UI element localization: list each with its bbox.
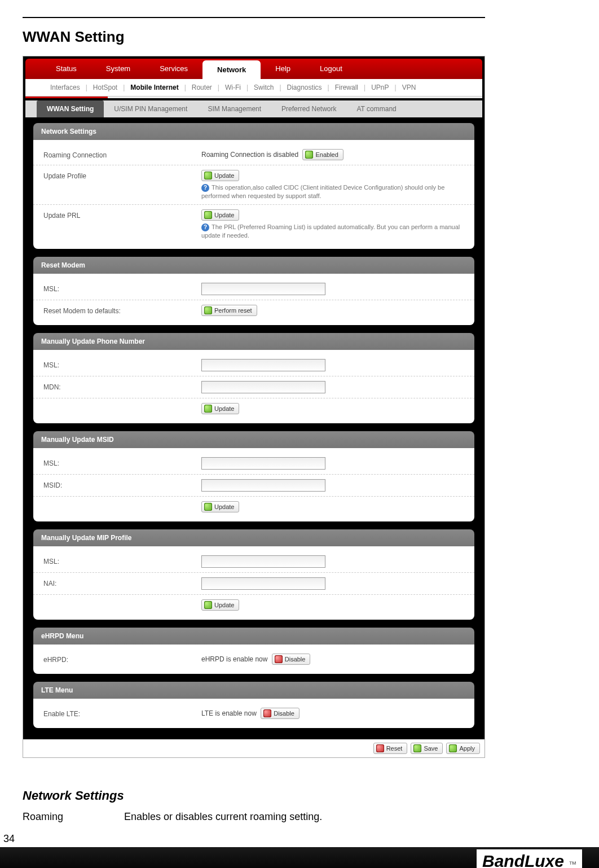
roaming-enable-button[interactable]: Enabled: [302, 149, 343, 160]
subnav-indicator: [25, 97, 482, 98]
panel-header: Manually Update MSID: [33, 431, 474, 448]
subnav-mobile-internet[interactable]: Mobile Internet: [126, 84, 183, 91]
nav-tab-services[interactable]: Services: [145, 59, 202, 79]
save-button[interactable]: Save: [411, 743, 443, 754]
subnav-upnp[interactable]: UPnP: [367, 84, 393, 91]
tertiary-nav: WWAN Setting U/SIM PIN Management SIM Ma…: [25, 100, 482, 117]
apply-button[interactable]: Apply: [446, 743, 480, 754]
lte-label: Enable LTE:: [43, 708, 201, 718]
panel-network-settings: Network Settings Roaming Connection Roam…: [33, 123, 474, 249]
section-heading: Network Settings: [23, 788, 463, 803]
update-mip-button[interactable]: Update: [201, 599, 239, 611]
ternav-usim-pin[interactable]: U/SIM PIN Management: [104, 100, 197, 117]
panel-header: Manually Update MIP Profile: [33, 529, 474, 546]
panel-header: LTE Menu: [33, 682, 474, 699]
subnav-hotspot[interactable]: HotSpot: [89, 84, 122, 91]
reset-button[interactable]: Reset: [373, 743, 408, 754]
update-prl-label: Update PRL: [43, 209, 201, 220]
perform-reset-button[interactable]: Perform reset: [201, 305, 257, 316]
ehrpd-status-text: eHRPD is enable now: [201, 655, 267, 663]
desc-term: Roaming: [23, 811, 124, 823]
panel-lte: LTE Menu Enable LTE: LTE is enable now D…: [33, 682, 474, 728]
apply-icon: [449, 744, 457, 752]
info-icon: ?: [201, 223, 209, 231]
roaming-connection-label: Roaming Connection: [43, 149, 201, 159]
lte-disable-button[interactable]: Disable: [261, 708, 300, 719]
update-icon: [204, 405, 212, 413]
panel-header: eHRPD Menu: [33, 628, 474, 645]
subnav-diagnostics[interactable]: Diagnostics: [283, 84, 327, 91]
mdn-input[interactable]: [201, 381, 325, 393]
msl-label: MSL:: [43, 283, 201, 293]
panel-update-phone: Manually Update Phone Number MSL: MDN: U…: [33, 333, 474, 423]
brand-logo: BandLuxe™: [477, 849, 582, 868]
reset-modem-label: Reset Modem to defaults:: [43, 305, 201, 315]
disable-icon: [263, 709, 271, 717]
panel-ehrpd: eHRPD Menu eHRPD: eHRPD is enable now Di…: [33, 628, 474, 674]
reset-icon: [376, 744, 384, 752]
update-profile-label: Update Profile: [43, 170, 201, 180]
page-number: 34: [0, 833, 599, 845]
update-icon: [204, 503, 212, 511]
msl-input[interactable]: [201, 457, 325, 470]
update-profile-help: This operation,also called CIDC (Client …: [201, 184, 444, 199]
panel-header: Reset Modem: [33, 257, 474, 274]
update-msid-button[interactable]: Update: [201, 501, 239, 512]
secondary-nav: Interfaces| HotSpot| Mobile Internet| Ro…: [25, 79, 482, 97]
info-icon: ?: [201, 184, 209, 192]
nav-tab-network[interactable]: Network: [202, 60, 261, 79]
msid-input[interactable]: [201, 479, 325, 492]
page-footer: BandLuxe™: [0, 847, 599, 868]
horizontal-rule: [23, 17, 485, 18]
update-prl-button[interactable]: Update: [201, 209, 239, 221]
update-icon: [204, 211, 212, 219]
panel-header: Manually Update Phone Number: [33, 333, 474, 350]
ternav-sim-mgmt[interactable]: SIM Management: [197, 100, 271, 117]
msl-input[interactable]: [201, 359, 325, 371]
roaming-status-text: Roaming Connection is disabled: [201, 151, 298, 159]
save-icon: [413, 744, 421, 752]
nav-tab-help[interactable]: Help: [261, 59, 305, 79]
nai-input[interactable]: [201, 577, 325, 590]
msl-input[interactable]: [201, 283, 325, 295]
trademark-symbol: ™: [569, 860, 576, 868]
update-phone-button[interactable]: Update: [201, 403, 239, 414]
nav-tab-logout[interactable]: Logout: [305, 59, 357, 79]
msl-input[interactable]: [201, 555, 325, 568]
update-icon: [204, 601, 212, 609]
disable-icon: [275, 655, 283, 663]
update-profile-button[interactable]: Update: [201, 170, 239, 181]
ternav-at-command[interactable]: AT command: [346, 100, 406, 117]
reset-icon: [204, 306, 212, 314]
update-icon: [204, 172, 212, 179]
ternav-preferred-network[interactable]: Preferred Network: [271, 100, 346, 117]
msl-label: MSL:: [43, 555, 201, 565]
msid-label: MSID:: [43, 479, 201, 489]
panel-update-msid: Manually Update MSID MSL: MSID: Update: [33, 431, 474, 521]
ehrpd-disable-button[interactable]: Disable: [272, 654, 311, 665]
panel-reset-modem: Reset Modem MSL: Reset Modem to defaults…: [33, 257, 474, 325]
footer-button-bar: Reset Save Apply: [23, 739, 485, 757]
subnav-switch[interactable]: Switch: [249, 84, 278, 91]
update-prl-help: The PRL (Preferred Roaming List) is upda…: [201, 223, 460, 239]
router-admin-screenshot: Status System Services Network Help Logo…: [23, 56, 485, 758]
subnav-interfaces[interactable]: Interfaces: [46, 84, 85, 91]
ehrpd-label: eHRPD:: [43, 654, 201, 664]
primary-nav: Status System Services Network Help Logo…: [25, 59, 482, 79]
lte-status-text: LTE is enable now: [201, 709, 257, 717]
page-title: WWAN Setting: [23, 28, 576, 46]
nav-tab-system[interactable]: System: [91, 59, 145, 79]
subnav-wifi[interactable]: Wi-Fi: [221, 84, 245, 91]
subnav-router[interactable]: Router: [187, 84, 217, 91]
subnav-firewall[interactable]: Firewall: [331, 84, 363, 91]
ternav-wwan-setting[interactable]: WWAN Setting: [37, 100, 104, 117]
msl-label: MSL:: [43, 359, 201, 369]
nav-tab-status[interactable]: Status: [41, 59, 91, 79]
mdn-label: MDN:: [43, 381, 201, 391]
enable-icon: [305, 151, 313, 159]
panel-header: Network Settings: [33, 123, 474, 140]
desc-definition: Enables or disables current roaming sett…: [124, 811, 463, 823]
msl-label: MSL:: [43, 457, 201, 467]
subnav-vpn[interactable]: VPN: [398, 84, 421, 91]
panel-update-mip: Manually Update MIP Profile MSL: NAI: Up…: [33, 529, 474, 620]
